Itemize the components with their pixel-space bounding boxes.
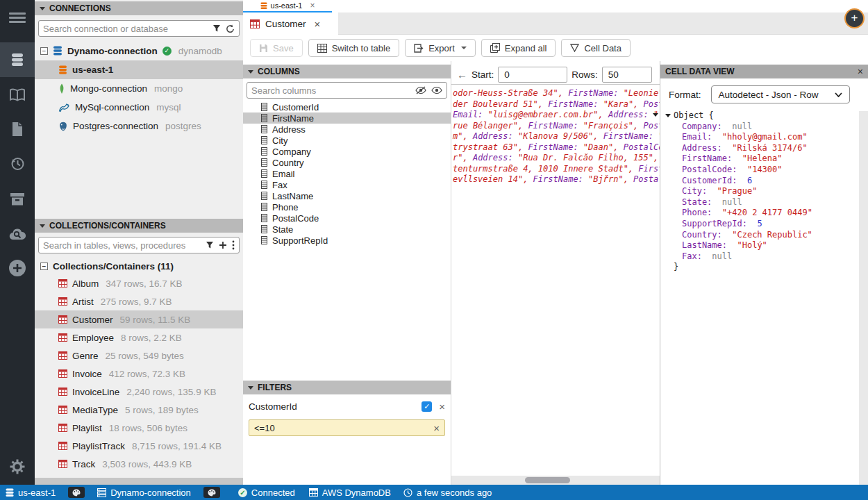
grid-row[interactable]: rue Bélanger", FirstName: "François", Po… bbox=[451, 121, 660, 132]
filter-funnel-icon[interactable] bbox=[206, 241, 214, 249]
grid-row[interactable]: m", Address: "Klanova 9/506", FirstName:… bbox=[451, 131, 660, 142]
collection-item[interactable]: Artist275 rows, 9.7 KB bbox=[35, 292, 243, 310]
expander-icon[interactable] bbox=[665, 114, 671, 117]
column-item[interactable]: Phone bbox=[243, 201, 451, 212]
connection-item[interactable]: us-east-1 bbox=[35, 60, 243, 79]
json-rows-grid[interactable]: odor-Heuss-Straße 34", FirstName: "Leoni… bbox=[451, 85, 660, 185]
start-input[interactable] bbox=[498, 67, 567, 83]
back-arrow-icon[interactable]: ← bbox=[457, 69, 467, 81]
vertical-scrollbar[interactable] bbox=[859, 111, 868, 485]
close-icon[interactable]: × bbox=[315, 18, 321, 30]
collection-item[interactable]: Playlist18 rows, 506 bytes bbox=[35, 419, 243, 437]
column-item[interactable]: CustomerId bbox=[243, 101, 451, 112]
left-panel-scrollbar[interactable] bbox=[35, 478, 243, 485]
refresh-icon[interactable] bbox=[226, 24, 235, 33]
new-tab-button[interactable]: + bbox=[846, 10, 863, 27]
save-button[interactable]: Save bbox=[250, 39, 303, 57]
menu-icon[interactable] bbox=[0, 2, 35, 33]
add-icon[interactable] bbox=[219, 241, 227, 249]
cell-data-button[interactable]: Cell Data bbox=[561, 39, 630, 57]
grid-row[interactable]: tenturmstraße 4, 1010 Innere Stadt", Fir… bbox=[451, 164, 660, 175]
archive-icon[interactable] bbox=[0, 184, 35, 215]
remove-filter-icon[interactable]: × bbox=[439, 401, 445, 412]
grid-row[interactable]: r", Address: "Rua Dr. Falcăo Filho, 155"… bbox=[451, 153, 660, 164]
collection-item[interactable]: PlaylistTrack8,715 rows, 191.4 KB bbox=[35, 437, 243, 455]
file-icon[interactable] bbox=[0, 114, 35, 144]
format-select[interactable]: Autodetect - Json - Row bbox=[711, 85, 850, 103]
column-item[interactable]: Company bbox=[243, 146, 451, 157]
statusbar-connection[interactable]: Dynamo-connection bbox=[97, 488, 191, 498]
horizontal-scrollbar[interactable] bbox=[451, 476, 660, 485]
switch-to-table-button[interactable]: Switch to table bbox=[308, 39, 400, 57]
theme-palette-button[interactable] bbox=[68, 487, 85, 498]
column-item[interactable]: Country bbox=[243, 157, 451, 168]
column-item[interactable]: Address bbox=[243, 124, 451, 135]
connection-item[interactable]: −Dynamo-connection✓dynamodb bbox=[35, 42, 243, 60]
tab-customer[interactable]: Customer × bbox=[243, 12, 338, 35]
column-item[interactable]: LastName bbox=[243, 190, 451, 201]
grid-row[interactable]: evĺlsveien 14", FirstName: "Bjřrn", Post… bbox=[451, 174, 660, 185]
connections-header[interactable]: CONNECTIONS bbox=[35, 1, 243, 15]
cloud-search-icon[interactable] bbox=[0, 219, 35, 249]
filter-value-input[interactable] bbox=[254, 423, 431, 433]
book-icon[interactable] bbox=[0, 80, 35, 110]
eye-icon[interactable] bbox=[431, 86, 442, 94]
grid-row[interactable]: der Boulevard 51", FirstName: "Kara", Po… bbox=[451, 99, 660, 110]
expand-all-button[interactable]: Expand all bbox=[481, 39, 556, 57]
collections-header[interactable]: COLLECTIONS/CONTAINERS bbox=[35, 219, 243, 233]
database-icon[interactable] bbox=[0, 42, 35, 77]
clear-filter-icon[interactable]: × bbox=[433, 422, 440, 434]
column-item[interactable]: FirstName bbox=[243, 112, 451, 124]
collections-search-input[interactable] bbox=[43, 240, 201, 251]
statusbar-database[interactable]: us-east-1 bbox=[6, 488, 56, 498]
collection-item[interactable]: Employee8 rows, 2.2 KB bbox=[35, 328, 243, 347]
collection-item[interactable]: InvoiceLine2,240 rows, 135.9 KB bbox=[35, 383, 243, 401]
cell-json-view: Object {Company: nullEmail: "hholy@gmail… bbox=[664, 110, 868, 273]
settings-gear-icon[interactable] bbox=[0, 451, 35, 482]
collection-item[interactable]: Genre25 rows, 549 bytes bbox=[35, 347, 243, 365]
column-item[interactable]: City bbox=[243, 135, 451, 146]
kebab-menu-icon[interactable] bbox=[232, 240, 235, 250]
column-item[interactable]: Email bbox=[243, 168, 451, 179]
connection-item[interactable]: MySql-connectionmysql bbox=[35, 98, 243, 117]
connection-label: Postgres-connection bbox=[73, 121, 158, 131]
columns-search-input[interactable] bbox=[251, 85, 410, 96]
collection-label: Genre bbox=[72, 351, 99, 361]
filter-funnel-icon[interactable] bbox=[212, 24, 221, 33]
add-circle-icon[interactable] bbox=[0, 253, 35, 283]
column-item[interactable]: Fax bbox=[243, 179, 451, 190]
cell-field: State: null bbox=[664, 197, 868, 208]
collection-item[interactable]: MediaType5 rows, 189 bytes bbox=[35, 401, 243, 419]
collection-item[interactable]: Customer59 rows, 11.5 KB bbox=[35, 310, 243, 328]
json-object-open[interactable]: Object { bbox=[664, 110, 868, 122]
collection-item[interactable]: Track3,503 rows, 443.9 KB bbox=[35, 455, 243, 473]
scrollbar-thumb[interactable] bbox=[525, 477, 570, 483]
collapse-icon[interactable]: − bbox=[40, 47, 48, 55]
rows-input[interactable] bbox=[602, 67, 652, 83]
column-item[interactable]: PostalCode bbox=[243, 212, 451, 224]
eye-off-icon[interactable] bbox=[415, 86, 426, 94]
connections-search-input[interactable] bbox=[43, 24, 208, 34]
grid-row[interactable]: odor-Heuss-Straße 34", FirstName: "Leoni… bbox=[451, 88, 660, 99]
cell-field: Email: "hholy@gmail.com" bbox=[664, 132, 868, 143]
columns-header[interactable]: COLUMNS bbox=[243, 65, 451, 78]
collapse-icon[interactable]: − bbox=[40, 262, 48, 270]
connection-item[interactable]: Postgres-connectionpostgres bbox=[35, 117, 243, 135]
grid-row[interactable]: Email: "luisg@embraer.com.br", Address: … bbox=[451, 110, 660, 121]
cell-dropdown-icon[interactable] bbox=[653, 113, 658, 117]
collections-root[interactable]: − Collections/Containers (11) bbox=[35, 258, 243, 274]
export-button[interactable]: Export bbox=[405, 39, 476, 57]
theme-palette-button[interactable] bbox=[203, 487, 220, 498]
close-icon[interactable]: × bbox=[858, 66, 863, 77]
column-item[interactable]: State bbox=[243, 224, 451, 235]
close-icon[interactable]: × bbox=[310, 1, 315, 10]
collection-item[interactable]: Invoice412 rows, 72.3 KB bbox=[35, 365, 243, 383]
history-icon[interactable] bbox=[0, 149, 35, 179]
filter-enabled-checkbox[interactable]: ✓ bbox=[422, 401, 432, 412]
column-item[interactable]: SupportRepId bbox=[243, 235, 451, 246]
grid-row[interactable]: trystraat 63", FirstName: "Daan", Postal… bbox=[451, 142, 660, 153]
collection-item[interactable]: Album347 rows, 16.7 KB bbox=[35, 274, 243, 292]
filters-header[interactable]: FILTERS bbox=[243, 381, 451, 394]
connection-item[interactable]: Mongo-connectionmongo bbox=[35, 79, 243, 98]
tab-us-east-1[interactable]: us-east-1 × bbox=[243, 0, 332, 12]
